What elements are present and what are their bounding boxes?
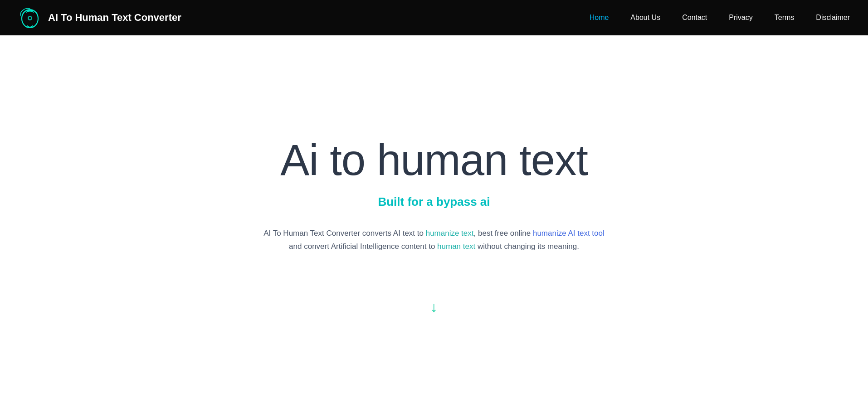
- nav-item-contact[interactable]: Contact: [682, 14, 707, 22]
- hero-highlight-humanize-text: humanize text: [426, 229, 474, 238]
- nav-item-home[interactable]: Home: [590, 14, 609, 22]
- hero-highlight-ai-tool: humanize AI text tool: [533, 229, 605, 238]
- hero-desc-part4: without changing its meaning.: [475, 242, 579, 251]
- hero-desc-part1: AI To Human Text Converter converts AI t…: [263, 229, 425, 238]
- hero-description: AI To Human Text Converter converts AI t…: [262, 227, 606, 253]
- main-nav: Home About Us Contact Privacy Terms Disc…: [590, 14, 850, 22]
- hero-highlight-human-text: human text: [437, 242, 475, 251]
- hero-desc-part3: and convert Artificial Intelligence cont…: [289, 242, 437, 251]
- svg-point-3: [29, 10, 31, 11]
- svg-point-2: [29, 17, 31, 19]
- nav-item-about[interactable]: About Us: [630, 14, 660, 22]
- nav-item-disclaimer[interactable]: Disclaimer: [816, 14, 850, 22]
- site-title: AI To Human Text Converter: [48, 12, 181, 24]
- hero-title: Ai to human text: [280, 136, 588, 184]
- nav-item-privacy[interactable]: Privacy: [729, 14, 752, 22]
- hero-section: Ai to human text Built for a bypass ai A…: [0, 35, 868, 398]
- logo-area: AI To Human Text Converter: [18, 6, 181, 29]
- nav-item-terms[interactable]: Terms: [775, 14, 795, 22]
- site-header: AI To Human Text Converter Home About Us…: [0, 0, 868, 35]
- hero-subtitle: Built for a bypass ai: [378, 195, 490, 209]
- hero-desc-part2: , best free online: [474, 229, 533, 238]
- scroll-down-arrow[interactable]: ↓: [430, 299, 438, 315]
- logo-icon: [18, 6, 42, 29]
